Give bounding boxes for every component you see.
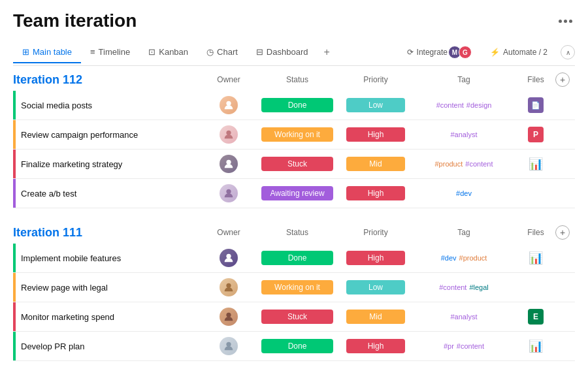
owner-cell	[203, 184, 255, 202]
tag-cell: #pr #content	[412, 342, 516, 350]
status-cell[interactable]: Done	[255, 95, 340, 115]
priority-badge: Low	[346, 98, 405, 112]
svg-point-4	[226, 254, 231, 259]
priority-cell[interactable]: Mid	[340, 307, 412, 326]
owner-avatar	[220, 308, 238, 326]
priority-badge: Low	[346, 280, 405, 294]
files-cell: 📊	[516, 157, 555, 171]
priority-cell[interactable]: High	[340, 125, 412, 144]
add-column-button-2[interactable]: +	[555, 225, 570, 240]
file-emoji[interactable]: 📊	[529, 157, 543, 171]
tag-chip[interactable]: #content	[436, 101, 464, 109]
automate-button[interactable]: ⚡ Automate / 2	[485, 45, 553, 59]
owner-avatar	[220, 184, 238, 202]
task-name[interactable]: Monitor marketing spend	[16, 307, 203, 327]
tag-chip[interactable]: #legal	[469, 283, 488, 291]
iteration-112-section: Iteration 112 Owner Status Priority Tag …	[13, 66, 575, 208]
task-name[interactable]: Finalize marketing strategy	[16, 154, 203, 174]
add-tab-button[interactable]: +	[317, 41, 336, 63]
status-cell[interactable]: Done	[255, 336, 340, 356]
add-column-button[interactable]: +	[555, 72, 570, 87]
owner-avatar	[220, 155, 238, 173]
status-badge: Stuck	[261, 310, 333, 324]
tag-chip[interactable]: #product	[434, 160, 463, 168]
priority-cell[interactable]: Mid	[340, 154, 412, 174]
priority-cell[interactable]: High	[340, 248, 412, 268]
priority-cell[interactable]: High	[340, 336, 412, 356]
main-table-icon: ⊞	[22, 47, 29, 57]
tab-kanban[interactable]: ⊡ Kanban	[139, 42, 197, 63]
file-emoji[interactable]: 📊	[529, 251, 543, 265]
owner-cell	[203, 308, 255, 326]
status-cell[interactable]: Done	[255, 248, 340, 268]
iteration-112-title: Iteration 112	[13, 73, 203, 87]
kanban-icon: ⊡	[148, 47, 155, 57]
tag-chip[interactable]: #design	[466, 101, 492, 109]
status-badge: Done	[261, 251, 333, 265]
tag-cell: #dev #product	[412, 254, 516, 262]
task-name[interactable]: Social media posts	[16, 95, 203, 116]
priority-badge: High	[346, 251, 405, 265]
timeline-icon: ≡	[90, 47, 95, 57]
tab-dashboard[interactable]: ⊟ Dashboard	[247, 42, 318, 63]
more-button[interactable]	[556, 17, 575, 25]
task-name[interactable]: Review page with legal	[16, 278, 203, 298]
tag-chip[interactable]: #content	[439, 283, 466, 291]
tag-chip[interactable]: #product	[459, 254, 487, 262]
priority-badge: High	[346, 127, 405, 142]
tab-main-table[interactable]: ⊞ Main table	[13, 42, 81, 63]
svg-point-2	[226, 160, 231, 165]
status-cell[interactable]: Awaiting review	[255, 183, 340, 203]
table-row: Review campaign performance Working on i…	[13, 120, 575, 150]
file-icon[interactable]: 📄	[528, 97, 544, 113]
tag-chip[interactable]: #content	[457, 342, 484, 350]
file-emoji[interactable]: 📊	[529, 339, 543, 353]
file-icon[interactable]: P	[528, 127, 544, 142]
integrate-button[interactable]: ⟳ Integrate M G	[402, 43, 477, 61]
owner-cell	[203, 155, 255, 173]
tag-cell: #content #legal	[412, 283, 516, 291]
iteration-111-title: Iteration 111	[13, 226, 203, 240]
tag-cell: #analyst	[412, 131, 516, 138]
tag-chip[interactable]: #dev	[456, 189, 472, 197]
tag-cell: #analyst	[412, 313, 516, 321]
task-name[interactable]: Review campaign performance	[16, 125, 203, 145]
svg-point-6	[226, 313, 231, 317]
owner-cell	[203, 249, 255, 267]
tab-timeline[interactable]: ≡ Timeline	[81, 42, 139, 63]
tag-chip[interactable]: #pr	[444, 342, 454, 350]
tag-chip[interactable]: #analyst	[451, 131, 478, 138]
iteration-111-section: Iteration 111 Owner Status Priority Tag …	[13, 219, 575, 361]
svg-point-3	[226, 189, 231, 194]
priority-badge: High	[346, 339, 405, 353]
chart-icon: ◷	[206, 47, 214, 57]
tab-chart[interactable]: ◷ Chart	[197, 42, 247, 63]
tag-chip[interactable]: #content	[465, 160, 493, 168]
iteration-111-header: Iteration 111 Owner Status Priority Tag …	[13, 219, 575, 244]
owner-cell	[203, 96, 255, 114]
status-cell[interactable]: Working on it	[255, 278, 340, 297]
svg-point-1	[226, 131, 231, 135]
task-name[interactable]: Implement mobile features	[16, 248, 203, 268]
task-name[interactable]: Create a/b test	[16, 183, 203, 204]
owner-avatar	[220, 125, 238, 144]
file-icon[interactable]: E	[528, 309, 544, 325]
priority-cell[interactable]: High	[340, 183, 412, 203]
status-cell[interactable]: Working on it	[255, 125, 340, 144]
automate-icon: ⚡	[490, 48, 500, 57]
task-name[interactable]: Develop PR plan	[16, 336, 203, 357]
tag-chip[interactable]: #analyst	[451, 313, 478, 321]
files-cell: E	[516, 309, 555, 325]
owner-avatar	[220, 96, 238, 114]
owner-avatar	[220, 337, 238, 355]
collapse-button[interactable]: ∧	[561, 45, 575, 59]
status-badge: Working on it	[261, 280, 333, 294]
tabs-bar: ⊞ Main table ≡ Timeline ⊡ Kanban ◷ Chart…	[13, 39, 575, 66]
owner-cell	[203, 278, 255, 296]
status-cell[interactable]: Stuck	[255, 307, 340, 326]
status-cell[interactable]: Stuck	[255, 154, 340, 174]
tag-chip[interactable]: #dev	[441, 254, 457, 262]
priority-cell[interactable]: Low	[340, 95, 412, 115]
priority-cell[interactable]: Low	[340, 278, 412, 297]
table-row: Create a/b test Awaiting review High #de…	[13, 179, 575, 208]
